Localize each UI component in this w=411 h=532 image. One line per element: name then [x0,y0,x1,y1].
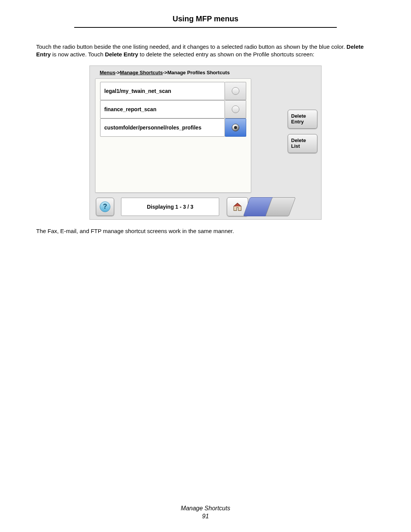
display-status: Displaying 1 - 3 / 3 [121,198,219,216]
page-title: Using MFP menus [36,14,375,23]
list-item[interactable]: finance_report_scan [96,100,251,118]
radio-icon [232,105,239,113]
home-icon [233,202,242,212]
p1-text-d: to delete the selected entry as shown on… [138,51,314,58]
help-button[interactable]: ? [96,198,114,216]
nav-cluster [227,197,292,216]
radio-icon [232,87,239,95]
page-footer: Manage Shortcuts 91 [0,505,411,521]
list-item-label: finance_report_scan [100,100,225,118]
list-item-radio[interactable] [225,100,246,118]
delete-list-label: Delete List [291,138,306,149]
breadcrumb-sep-1: -> [115,70,120,75]
breadcrumb-sep-2: -> [163,70,167,75]
footer-label: Manage Shortcuts [0,505,411,513]
breadcrumb-tail: Manage Profiles Shortcuts [167,70,230,75]
question-mark-icon: ? [100,201,110,212]
p1-text-a: Touch the radio button beside the one li… [36,43,347,50]
list-item-label: legal1/my_twain_net_scan [100,82,225,100]
p1-bold-2: Delete Entry [105,51,139,58]
list-item-label: customfolder/personnel/roles_profiles [100,118,225,137]
list-item-radio-selected[interactable] [225,118,246,137]
delete-entry-label: Delete Entry [291,113,306,125]
delete-list-button[interactable]: Delete List [288,134,317,153]
shortcut-list: legal1/my_twain_net_scan finance_report_… [95,78,251,193]
page-number: 91 [0,513,411,521]
screenshot-footer-bar: ? Displaying 1 - 3 / 3 [90,196,321,219]
list-item[interactable]: customfolder/personnel/roles_profiles [96,118,251,137]
delete-entry-button[interactable]: Delete Entry [288,110,317,129]
title-divider [74,27,337,28]
device-screenshot: Menus->Manage Shortcuts->Manage Profiles… [89,66,322,220]
radio-selected-icon [232,124,239,131]
breadcrumb: Menus->Manage Shortcuts->Manage Profiles… [90,66,321,78]
list-item[interactable]: legal1/my_twain_net_scan [96,82,251,100]
body-paragraph-2: The Fax, E-mail, and FTP manage shortcut… [36,227,375,235]
list-item-radio[interactable] [225,82,246,100]
breadcrumb-link-menus[interactable]: Menus [100,70,115,75]
body-paragraph-1: Touch the radio button beside the one li… [36,43,375,59]
breadcrumb-link-manage-shortcuts[interactable]: Manage Shortcuts [120,70,163,75]
p1-text-c: is now active. Touch [51,51,105,58]
